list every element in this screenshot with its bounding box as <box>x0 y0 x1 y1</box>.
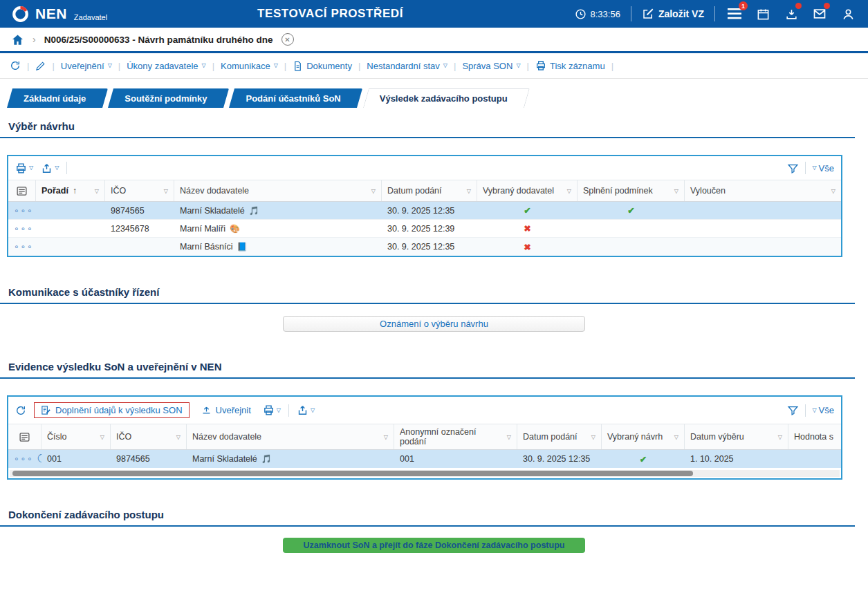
toolbar-divider <box>805 162 806 174</box>
column-label: Datum podání <box>387 186 442 196</box>
section-vyber-navrhu: Výběr návrhu ▽ <box>0 120 868 257</box>
column-chooser-button[interactable] <box>8 180 36 201</box>
column-header-anonymni-oznaceni[interactable]: Anonymní označení podání ▽ <box>394 424 517 449</box>
tab-zakladni-udaje[interactable]: Základní údaje <box>7 88 102 108</box>
edit-button[interactable] <box>35 61 46 71</box>
menu-label: Správa SON <box>462 61 513 71</box>
toolbar-separator: | <box>27 61 29 71</box>
filter-button[interactable] <box>787 404 799 416</box>
row-menu-button[interactable]: ∘∘∘ <box>14 224 34 234</box>
column-label: Anonymní označení podání <box>400 427 503 447</box>
column-menu-icon: ▽ <box>371 188 376 194</box>
column-header-hodnota[interactable]: Hodnota s <box>788 424 841 449</box>
create-vz-button[interactable]: Založit VZ <box>642 8 704 20</box>
table-refresh-button[interactable] <box>15 405 26 416</box>
calendar-button[interactable] <box>754 5 772 23</box>
music-note-icon: 🎵 <box>249 206 259 216</box>
column-header-vyloucen[interactable]: Vyloučen ▽ <box>685 180 841 201</box>
table-print-button[interactable]: ▽ <box>263 404 281 416</box>
filter-button[interactable] <box>787 162 799 174</box>
tab-label: Výsledek zadávacího postupu <box>380 93 508 104</box>
uverejnit-label: Uveřejnit <box>216 405 251 415</box>
menu-ukony-zadavatele[interactable]: Úkony zadavatele ▽ <box>127 61 206 71</box>
view-selector[interactable]: ▽ Vše <box>812 405 834 415</box>
nen-home-link[interactable]: NEN Zadavatel <box>11 5 107 23</box>
view-selector-label: Vše <box>819 163 834 173</box>
messages-button[interactable] <box>811 5 829 23</box>
section-title: Komunikace s účastníky řízení <box>8 286 868 298</box>
table-export-button[interactable]: ▽ <box>297 404 315 416</box>
column-header-vybrany-dodavatel[interactable]: Vybraný dodavatel ▽ <box>477 180 578 201</box>
tab-podani-ucastniku-son[interactable]: Podání účastníků SoN <box>229 88 357 108</box>
menu-sprava-son[interactable]: Správa SON ▽ <box>462 61 520 71</box>
column-label: IČO <box>111 186 126 196</box>
evidence-table: Číslo ▽ IČO ▽ Název dodavatele ▽ Anonymn… <box>8 424 841 468</box>
time-value: 8:33:56 <box>591 9 620 19</box>
scrollbar-thumb[interactable] <box>12 471 693 476</box>
table-row[interactable]: ∘∘∘ 12345678 Marní Malíři 🎨 30. 9. 2025 … <box>8 220 841 238</box>
column-header-nazev-dodavatele[interactable]: Název dodavatele ▽ <box>187 424 394 449</box>
horizontal-scrollbar[interactable] <box>10 470 840 477</box>
refresh-button[interactable] <box>10 60 21 71</box>
column-header-splneni-podminek[interactable]: Splnění podmínek ▽ <box>578 180 685 201</box>
table-export-button[interactable]: ▽ <box>41 162 59 174</box>
home-icon[interactable] <box>11 33 24 46</box>
table-row[interactable]: ∘∘∘ ⓘ 001 9874565 Marní Skladatelé 🎵 001… <box>8 450 841 468</box>
table-row[interactable]: ∘∘∘ 9874565 Marní Skladatelé 🎵 30. 9. 20… <box>8 202 841 220</box>
doplneni-udaju-button[interactable]: Doplnění údajů k výsledku SON <box>34 402 190 418</box>
column-header-ico[interactable]: IČO ▽ <box>105 180 174 201</box>
uzamknout-son-button[interactable]: Uzamknout SoN a přejít do fáze Dokončení… <box>283 538 585 553</box>
server-time: 8:33:56 <box>575 8 620 20</box>
menu-komunikace[interactable]: Komunikace ▽ <box>221 61 278 71</box>
column-chooser-button[interactable] <box>8 424 41 449</box>
column-header-datum-vyberu[interactable]: Datum výběru ▽ <box>685 424 788 449</box>
section-komunikace: Komunikace s účastníky řízení Oznámení o… <box>0 286 868 332</box>
column-header-cislo[interactable]: Číslo ▽ <box>41 424 111 449</box>
cell-poradi <box>36 220 105 237</box>
menu-nestandardni-stav[interactable]: Nestandardní stav ▽ <box>367 61 447 71</box>
menu-dokumenty[interactable]: Dokumenty <box>293 61 352 71</box>
print-record-button[interactable]: Tisk záznamu <box>535 60 605 71</box>
table-print-button[interactable]: ▽ <box>15 162 33 174</box>
supplier-name: Marní Básníci <box>180 242 232 252</box>
funnel-icon <box>787 404 799 416</box>
selection-table-header: Pořadí ↑ ▽ IČO ▽ Název dodavatele ▽ Datu… <box>8 180 841 202</box>
column-header-ico[interactable]: IČO ▽ <box>111 424 187 449</box>
printer-icon <box>15 162 27 174</box>
clock-icon <box>575 8 587 20</box>
cell-poradi <box>36 238 105 256</box>
tab-soutezni-podminky[interactable]: Soutěžní podmínky <box>108 88 223 108</box>
column-label: Datum podání <box>523 432 578 442</box>
table-row[interactable]: ∘∘∘ Marní Básníci 📘 30. 9. 2025 12:35 ✖ <box>8 238 841 256</box>
cell-datum: 30. 9. 2025 12:35 <box>382 238 477 256</box>
column-label: Vybraný návrh <box>607 432 663 442</box>
profile-button[interactable] <box>839 5 857 23</box>
menu-uverejneni[interactable]: Uveřejnění ▽ <box>61 61 112 71</box>
tab-vysledek-zadavaciho-postupu[interactable]: Výsledek zadávacího postupu <box>363 88 524 108</box>
column-header-poradi[interactable]: Pořadí ↑ ▽ <box>36 180 105 201</box>
envelope-icon <box>813 7 827 21</box>
record-tabs: Základní údaje Soutěžní podmínky Podání … <box>7 88 868 108</box>
downloads-button[interactable] <box>782 5 800 23</box>
form-edit-icon <box>41 405 51 415</box>
column-header-datum-podani[interactable]: Datum podání ▽ <box>382 180 477 201</box>
cell-nazev: Marní Malíři 🎨 <box>174 220 382 237</box>
column-header-datum-podani[interactable]: Datum podání ▽ <box>517 424 602 449</box>
nen-application: NEN Zadavatel TESTOVACÍ PROSTŘEDÍ 8:33:5… <box>0 0 868 593</box>
view-selector[interactable]: ▽ Vše <box>812 163 834 173</box>
cell-ico: 9874565 <box>111 450 187 468</box>
uverejnit-button[interactable]: Uveřejnit <box>197 403 255 417</box>
row-menu-button[interactable]: ∘∘∘ <box>14 206 34 216</box>
main-menu-button[interactable]: 1 <box>726 5 744 23</box>
oznameni-o-vyberu-navrhu-button[interactable]: Oznámení o výběru návrhu <box>283 316 585 332</box>
cell-vyloucen <box>685 238 841 256</box>
selection-table-filter-area: ▽ Vše <box>787 162 834 174</box>
toolbar-separator: | <box>52 61 54 71</box>
column-header-nazev-dodavatele[interactable]: Název dodavatele ▽ <box>174 180 382 201</box>
column-header-vybrany-navrh[interactable]: Vybraný návrh ▽ <box>602 424 685 449</box>
brand-name: NEN <box>35 5 67 23</box>
close-record-button[interactable]: ✕ <box>281 33 294 46</box>
row-menu-button[interactable]: ∘∘∘ <box>14 454 34 464</box>
column-menu-icon: ▽ <box>164 188 168 194</box>
row-menu-button[interactable]: ∘∘∘ <box>14 242 34 252</box>
